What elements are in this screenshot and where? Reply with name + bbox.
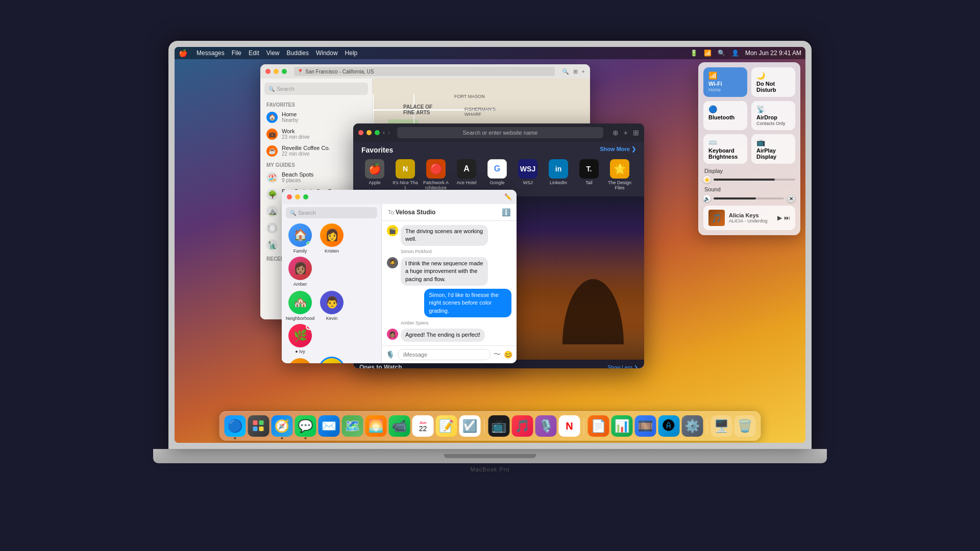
maps-address-bar[interactable]: 📍 San Francisco - California, US xyxy=(294,67,555,76)
contact-janelle[interactable]: 👩🏾 Janelle xyxy=(286,358,314,363)
dock-desktop[interactable]: 🖥️ xyxy=(711,415,732,437)
cc-bluetooth-tile[interactable]: 🔵 Bluetooth xyxy=(703,101,747,130)
dock-calendar[interactable]: Jun 22 xyxy=(412,415,434,437)
messages-input-field[interactable] xyxy=(398,349,491,360)
menubar-app[interactable]: Messages xyxy=(197,49,225,57)
safari-fav-patchwork[interactable]: 🔴 Patchwork Architecture xyxy=(423,159,449,190)
cc-brightness-decrease[interactable]: ☀️ xyxy=(703,176,710,183)
safari-show-less[interactable]: Show Less ❯ xyxy=(607,365,638,369)
cc-airdrop-tile[interactable]: 📡 AirDrop Contacts Only xyxy=(751,101,795,130)
dock-facetime[interactable]: 📹 xyxy=(389,415,410,437)
safari-fav-tail-icon: T. xyxy=(579,159,599,179)
dock-reminders[interactable]: ☑️ xyxy=(459,415,481,437)
maximize-button[interactable] xyxy=(282,69,287,74)
contact-kristen[interactable]: 👩 Kristen xyxy=(317,223,346,254)
safari-fav-tail[interactable]: T. Tail xyxy=(576,159,602,190)
menubar-file[interactable]: File xyxy=(232,49,241,57)
cc-keyboard-tile[interactable]: ⌨️ Keyboard Brightness xyxy=(703,134,747,164)
menubar-buddies[interactable]: Buddies xyxy=(287,49,309,57)
cc-volume-decrease[interactable]: 🔈 xyxy=(703,195,710,202)
messages-info-icon[interactable]: ℹ️ xyxy=(502,208,510,216)
safari-show-more[interactable]: Show More ❯ xyxy=(600,146,636,153)
safari-fav-itsnicethat[interactable]: N It's Nice That xyxy=(392,159,419,190)
dock-keynote[interactable]: 🎞️ xyxy=(635,415,656,437)
contact-family[interactable]: 🏠 Family xyxy=(286,223,314,254)
cc-brightness-slider[interactable] xyxy=(714,179,795,181)
safari-fav-designfiles[interactable]: 🌟 The Design Files xyxy=(606,159,633,190)
cc-wifi-tile[interactable]: 📶 Wi-Fi Home xyxy=(703,67,747,97)
contact-kevin[interactable]: 👨 Kevin xyxy=(317,291,346,321)
messages-minimize[interactable] xyxy=(295,194,300,199)
cc-music-next[interactable]: ⏭ xyxy=(784,214,790,221)
safari-url-bar[interactable]: Search or enter website name xyxy=(397,127,603,138)
cc-volume-slider[interactable] xyxy=(714,197,784,199)
maps-favorite-home[interactable]: 🏠 Home Nearby xyxy=(260,109,372,126)
dock-finder[interactable]: 🔵 xyxy=(225,415,246,437)
chat-messages-list: 🎬 The driving scenes are working well. S… xyxy=(382,221,517,345)
safari-fav-wsj[interactable]: WSJ WSJ xyxy=(514,159,541,190)
dock-numbers[interactable]: 📊 xyxy=(611,415,633,437)
minimize-button[interactable] xyxy=(274,69,279,74)
cc-volume-increase[interactable]: ✕ xyxy=(787,194,795,203)
safari-fav-linkedin-icon: in xyxy=(549,159,568,179)
contact-neighborhood[interactable]: 🏘️ Neighborhood xyxy=(286,291,314,321)
safari-close[interactable] xyxy=(358,130,363,135)
maps-icon-2[interactable]: ⊞ xyxy=(573,68,578,75)
dock-pages[interactable]: 📄 xyxy=(588,415,609,437)
cc-airplay-tile[interactable]: 📺 AirPlay Display xyxy=(751,134,795,164)
safari-fav-linkedin[interactable]: in LinkedIn xyxy=(545,159,572,190)
dock-notes[interactable]: 📝 xyxy=(436,415,457,437)
dock-photos[interactable]: 🌅 xyxy=(365,415,387,437)
safari-minimize[interactable] xyxy=(366,130,372,135)
dock-podcasts[interactable]: 🎙️ xyxy=(535,415,557,437)
maps-icon-1[interactable]: 🔍 xyxy=(562,68,569,75)
messages-search-input[interactable]: 🔍 Search xyxy=(286,207,377,218)
messages-emoji-icon[interactable]: 😊 xyxy=(504,350,512,359)
contact-ivy-name: ● Ivy xyxy=(295,349,305,354)
cc-music-play[interactable]: ▶ xyxy=(777,214,782,221)
dock-news[interactable]: N xyxy=(559,415,580,437)
dock-appletv[interactable]: 📺 xyxy=(488,415,510,437)
close-button[interactable] xyxy=(265,69,271,74)
messages-audio-icon[interactable]: 🎙️ xyxy=(386,350,395,359)
dock-trash[interactable]: 🗑️ xyxy=(734,415,756,437)
safari-maximize[interactable] xyxy=(375,130,380,135)
safari-fav-acehotel[interactable]: A Ace Hotel xyxy=(453,159,480,190)
cc-airplay-label: AirPlay Display xyxy=(756,147,790,160)
menubar-help[interactable]: Help xyxy=(345,49,358,57)
safari-back[interactable]: ‹ xyxy=(383,129,385,136)
menubar-window[interactable]: Window xyxy=(316,49,338,57)
dock-settings[interactable]: ⚙️ xyxy=(682,415,703,437)
dock-maps[interactable]: 🗺️ xyxy=(342,415,363,437)
search-icon[interactable]: 🔍 xyxy=(718,49,725,57)
dock-appstore[interactable]: 🅐 xyxy=(658,415,680,437)
safari-fav-google[interactable]: G Google xyxy=(484,159,510,190)
maps-search-input[interactable]: 🔍 Search xyxy=(264,83,368,95)
cc-music-info: Alicia Keys ALICIA - Underdog xyxy=(729,212,773,223)
menubar-edit[interactable]: Edit xyxy=(249,49,259,57)
dock-music[interactable]: 🎵 xyxy=(512,415,533,437)
cc-donotdisturb-tile[interactable]: 🌙 Do Not Disturb xyxy=(751,67,795,97)
dock-safari[interactable]: 🧭 xyxy=(272,415,293,437)
macbook-label: MacBook Pro xyxy=(470,466,509,472)
contact-amber[interactable]: 👩🏽 Amber xyxy=(286,257,314,287)
safari-sidebar[interactable]: ⊞ xyxy=(633,129,639,137)
contact-velosa[interactable]: 🎬 Velosa Studio xyxy=(317,358,346,363)
menubar-view[interactable]: View xyxy=(266,49,280,57)
contact-amber-name: Amber xyxy=(293,282,307,287)
messages-compose[interactable]: ✏️ xyxy=(504,193,511,201)
messages-maximize[interactable] xyxy=(303,194,308,199)
safari-fav-apple[interactable]: 🍎 Apple xyxy=(361,159,388,190)
dock-mail[interactable]: ✉️ xyxy=(318,415,340,437)
dock-messages[interactable]: 💬 xyxy=(295,415,316,437)
maps-icon-3[interactable]: + xyxy=(582,68,585,75)
contact-family-name: Family xyxy=(293,248,307,254)
contact-ivy[interactable]: 🌿 ❤️ ● Ivy xyxy=(286,324,314,354)
dock-launchpad[interactable] xyxy=(248,415,270,437)
safari-share[interactable]: ⊕ xyxy=(612,129,619,137)
apple-menu[interactable]: 🍎 xyxy=(179,49,187,57)
messages-close[interactable] xyxy=(287,194,292,199)
messages-audio-wave-icon[interactable]: 〜 xyxy=(494,350,501,359)
safari-forward[interactable]: › xyxy=(388,129,390,136)
safari-add-tab[interactable]: + xyxy=(624,129,628,137)
